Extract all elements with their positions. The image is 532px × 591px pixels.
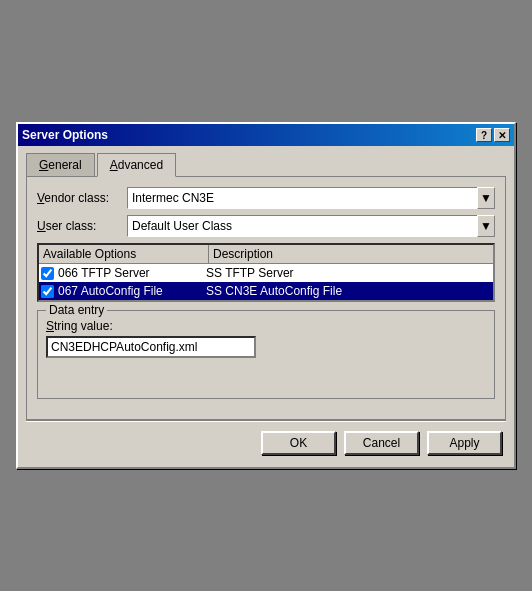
row2-name: 067 AutoConfig File [58, 284, 206, 298]
dialog-title: Server Options [22, 128, 108, 142]
vendor-class-select-wrapper: Intermec CN3E ▼ [127, 187, 495, 209]
tab-advanced-label: Advanced [110, 158, 163, 172]
row1-name: 066 TFTP Server [58, 266, 206, 280]
row2-checkbox[interactable] [41, 285, 54, 298]
server-options-dialog: Server Options ? ✕ General Advanced Vend… [16, 122, 516, 469]
user-class-label: User class: [37, 219, 127, 233]
user-class-select[interactable]: Default User Class [127, 215, 495, 237]
table-row[interactable]: 066 TFTP Server SS TFTP Server [39, 264, 493, 282]
tab-content-advanced: Vendor class: Intermec CN3E ▼ User class… [26, 176, 506, 420]
ok-button[interactable]: OK [261, 431, 336, 455]
tab-bar: General Advanced [26, 152, 506, 176]
title-bar: Server Options ? ✕ [18, 124, 514, 146]
row1-checkbox[interactable] [41, 267, 54, 280]
tab-general[interactable]: General [26, 153, 95, 177]
help-button[interactable]: ? [476, 128, 492, 142]
data-entry-group: Data entry String value: [37, 310, 495, 399]
cancel-button[interactable]: Cancel [344, 431, 419, 455]
string-value-input[interactable] [46, 336, 256, 358]
dialog-body: General Advanced Vendor class: Intermec … [18, 146, 514, 467]
data-entry-legend: Data entry [46, 303, 107, 317]
vendor-class-row: Vendor class: Intermec CN3E ▼ [37, 187, 495, 209]
row1-desc: SS TFTP Server [206, 266, 491, 280]
apply-button[interactable]: Apply [427, 431, 502, 455]
vendor-class-label: Vendor class: [37, 191, 127, 205]
table-row[interactable]: 067 AutoConfig File SS CN3E AutoConfig F… [39, 282, 493, 300]
col-header-available: Available Options [39, 245, 209, 263]
user-class-select-wrapper: Default User Class ▼ [127, 215, 495, 237]
close-button[interactable]: ✕ [494, 128, 510, 142]
string-value-label: String value: [46, 319, 486, 333]
user-class-row: User class: Default User Class ▼ [37, 215, 495, 237]
col-header-description: Description [209, 245, 493, 263]
row2-desc: SS CN3E AutoConfig File [206, 284, 491, 298]
title-bar-buttons: ? ✕ [476, 128, 510, 142]
tab-general-label: General [39, 158, 82, 172]
vendor-class-select[interactable]: Intermec CN3E [127, 187, 495, 209]
tab-advanced[interactable]: Advanced [97, 153, 176, 177]
button-divider [26, 420, 506, 421]
options-table-header: Available Options Description [39, 245, 493, 264]
available-options-table: Available Options Description 066 TFTP S… [37, 243, 495, 302]
button-row: OK Cancel Apply [26, 427, 506, 459]
